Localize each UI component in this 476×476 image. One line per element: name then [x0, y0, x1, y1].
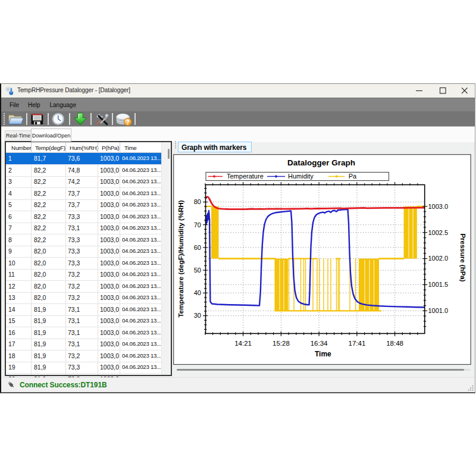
svg-text:Temperature (degF)/Humidity (%: Temperature (degF)/Humidity (%RH) — [177, 200, 184, 317]
svg-text:14:21: 14:21 — [234, 340, 252, 347]
svg-text:15:28: 15:28 — [273, 340, 290, 347]
svg-text:18:48: 18:48 — [386, 340, 403, 347]
svg-text:1002.5: 1002.5 — [428, 229, 449, 236]
svg-text:70: 70 — [194, 221, 201, 228]
svg-text:Humidity: Humidity — [288, 173, 314, 180]
svg-text:40: 40 — [194, 289, 201, 296]
svg-text:60: 60 — [194, 244, 201, 251]
svg-text:16:34: 16:34 — [311, 340, 328, 347]
svg-text:1002.0: 1002.0 — [428, 255, 449, 262]
svg-text:Pressure (hPa): Pressure (hPa) — [459, 233, 466, 281]
svg-text:1003.0: 1003.0 — [428, 203, 449, 210]
svg-text:?: ? — [126, 119, 130, 126]
svg-text:Datalogger Graph: Datalogger Graph — [287, 158, 355, 167]
svg-text:80: 80 — [194, 198, 201, 205]
svg-text:17:41: 17:41 — [349, 340, 366, 347]
svg-text:30: 30 — [194, 312, 201, 319]
svg-text:Temperature: Temperature — [227, 173, 264, 180]
svg-text:Time: Time — [315, 350, 331, 358]
svg-text:1001.0: 1001.0 — [428, 307, 449, 314]
svg-text:Pa: Pa — [349, 173, 357, 180]
svg-text:50: 50 — [194, 267, 201, 274]
svg-text:1001.5: 1001.5 — [428, 281, 449, 288]
